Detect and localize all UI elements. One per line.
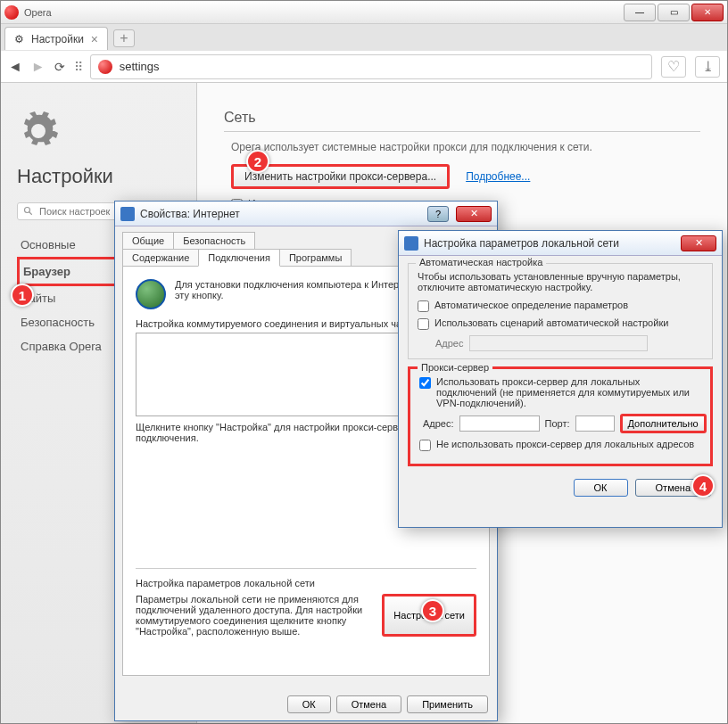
lan-dialog-title: Настройка параметров локальной сети — [424, 237, 675, 250]
proxy-port-input[interactable] — [575, 415, 615, 432]
bookmark-heart-icon[interactable]: ♡ — [661, 56, 686, 78]
auto-config-fieldset: Автоматическая настройка Чтобы использов… — [408, 263, 713, 359]
help-button[interactable]: ? — [427, 206, 449, 222]
bypass-local-checkbox[interactable] — [419, 440, 431, 451]
callout-3: 3 — [421, 599, 444, 622]
auto-script-checkbox[interactable] — [418, 318, 429, 330]
auto-detect-row[interactable]: Автоматическое определение параметров — [418, 300, 703, 312]
lan-settings-dialog: Настройка параметров локальной сети ✕ Ав… — [398, 230, 723, 528]
bypass-local-row[interactable]: Не использовать прокси-сервер для локаль… — [419, 439, 701, 451]
back-icon[interactable]: ◄ — [8, 59, 22, 75]
opera-titlebar: Opera — ▭ ✕ — [1, 1, 727, 24]
opera-logo-icon — [4, 5, 19, 20]
address-bar[interactable] — [90, 54, 652, 79]
settings-gear-icon — [17, 110, 60, 152]
internet-options-icon — [120, 207, 135, 221]
proxy-port-label: Порт: — [545, 418, 570, 429]
proxy-address-input[interactable] — [459, 415, 540, 432]
downloads-icon[interactable]: ⤓ — [695, 56, 720, 78]
lan-titlebar: Настройка параметров локальной сети ✕ — [399, 231, 722, 256]
auto-detect-label: Автоматическое определение параметров — [434, 300, 628, 310]
auto-detect-checkbox[interactable] — [418, 300, 429, 312]
inet-apply-button[interactable]: Применить — [407, 695, 488, 713]
tab-content[interactable]: Содержание — [122, 249, 199, 266]
auto-script-row[interactable]: Использовать сценарий автоматической нас… — [418, 317, 703, 330]
reload-icon[interactable]: ⟳ — [54, 60, 65, 74]
callout-4: 4 — [691, 474, 715, 498]
callout-2: 2 — [246, 150, 269, 173]
opera-badge-icon — [98, 60, 112, 74]
forward-icon[interactable]: ► — [31, 59, 46, 75]
inet-cancel-button[interactable]: Отмена — [336, 695, 401, 713]
url-input[interactable] — [120, 60, 644, 73]
lan-ok-button[interactable]: ОК — [574, 479, 628, 497]
svg-line-1 — [29, 212, 32, 215]
speeddial-icon[interactable]: ⠿ — [74, 60, 81, 74]
inet-ok-button[interactable]: ОК — [287, 695, 331, 713]
globe-icon — [136, 279, 166, 309]
new-tab-button[interactable]: + — [113, 29, 135, 47]
section-desc: Opera использует системные настройки про… — [231, 141, 700, 153]
tab-connections[interactable]: Подключения — [198, 249, 280, 267]
close-button[interactable]: ✕ — [691, 4, 724, 21]
use-proxy-label: Использовать прокси-сервер для локальных… — [436, 376, 701, 408]
auto-config-text: Чтобы использовать установленные вручную… — [418, 271, 703, 292]
maximize-button[interactable]: ▭ — [658, 4, 690, 21]
svg-point-0 — [25, 208, 30, 213]
lan-close-button[interactable]: ✕ — [681, 235, 716, 251]
lan-dialog-icon — [404, 236, 418, 251]
dialog-close-button[interactable]: ✕ — [456, 206, 492, 222]
tab-general[interactable]: Общие — [122, 232, 174, 249]
lan-label: Настройка параметров локальной сети — [136, 568, 476, 588]
tab-close-icon[interactable]: × — [91, 33, 98, 45]
app-title: Opera — [24, 7, 622, 18]
advanced-button[interactable]: Дополнительно — [620, 414, 707, 433]
proxy-server-fieldset: Прокси-сервер Использовать прокси-сервер… — [408, 366, 713, 466]
toolbar: ◄ ► ⟳ ⠿ ♡ ⤓ — [1, 51, 727, 83]
script-address-input — [469, 335, 648, 351]
gear-icon: ⚙ — [14, 33, 24, 45]
proxy-address-label: Адрес: — [423, 418, 454, 429]
search-icon — [23, 206, 34, 217]
auto-script-label: Использовать сценарий автоматической нас… — [434, 317, 668, 328]
bypass-local-label: Не использовать прокси-сервер для локаль… — [436, 439, 694, 449]
dialog-title: Свойства: Интернет — [140, 208, 422, 220]
learn-more-link[interactable]: Подробнее... — [466, 170, 530, 183]
tab-bar: ⚙ Настройки × + — [1, 24, 727, 51]
script-address-label: Адрес — [435, 338, 464, 349]
tab-programs[interactable]: Программы — [279, 249, 352, 266]
lan-text: Параметры локальной сети не применяются … — [136, 594, 373, 637]
tab-security[interactable]: Безопасность — [173, 232, 255, 249]
sidebar-title: Настройки — [17, 165, 180, 188]
browser-tab[interactable]: ⚙ Настройки × — [4, 27, 108, 50]
proxy-legend: Прокси-сервер — [418, 362, 492, 373]
section-title-network: Сеть — [224, 110, 700, 132]
dialog-titlebar: Свойства: Интернет ? ✕ — [115, 202, 497, 226]
auto-config-legend: Автоматическая настройка — [416, 257, 546, 267]
use-proxy-checkbox[interactable] — [419, 377, 431, 389]
use-proxy-row[interactable]: Использовать прокси-сервер для локальных… — [419, 376, 701, 408]
minimize-button[interactable]: — — [624, 4, 656, 21]
callout-1: 1 — [11, 284, 34, 307]
tab-label: Настройки — [31, 33, 84, 45]
